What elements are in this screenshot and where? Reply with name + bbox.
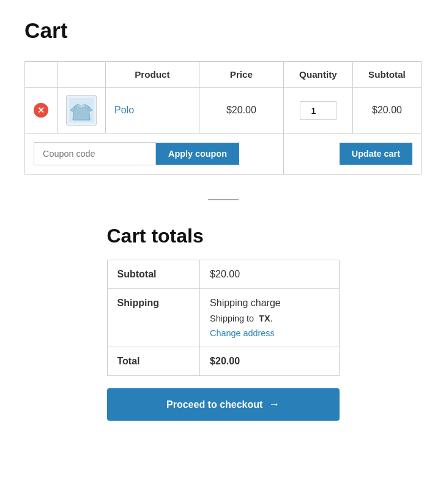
checkout-button-label: Proceed to checkout (166, 399, 262, 410)
total-label: Total (107, 347, 200, 376)
table-row: ✕ (25, 88, 422, 134)
shipping-row: Shipping Shipping charge Shipping to TX.… (107, 289, 339, 347)
col-header-product: Product (106, 62, 199, 88)
shipping-label: Shipping (107, 289, 200, 347)
col-header-subtotal: Subtotal (352, 62, 421, 88)
product-price-cell: $20.00 (199, 88, 283, 134)
subtotal-value: $20.00 (200, 260, 339, 289)
update-cart-cell: Update cart (283, 134, 421, 175)
shipping-cell: Shipping charge Shipping to TX. Change a… (200, 289, 339, 347)
col-header-remove (25, 62, 58, 88)
col-header-thumb (58, 62, 106, 88)
subtotal-row: Subtotal $20.00 (107, 260, 339, 289)
cart-table: Product Price Quantity Subtotal ✕ (24, 61, 422, 175)
product-thumbnail (66, 95, 97, 126)
update-cart-button[interactable]: Update cart (340, 143, 412, 165)
shipping-to-text: Shipping to TX. (210, 314, 329, 323)
quantity-input[interactable] (300, 101, 336, 120)
subtotal-label: Subtotal (107, 260, 200, 289)
cart-totals-section: Cart totals Subtotal $20.00 Shipping Shi… (107, 225, 340, 421)
col-header-price: Price (199, 62, 283, 88)
total-value: $20.00 (200, 347, 339, 376)
apply-coupon-button[interactable]: Apply coupon (156, 143, 239, 165)
shipping-charge-text: Shipping charge (210, 298, 281, 308)
shipping-location: TX (259, 314, 270, 323)
product-subtotal-cell: $20.00 (352, 88, 421, 134)
polo-shirt-icon (69, 98, 94, 122)
coupon-area: Apply coupon (34, 142, 275, 165)
total-row: Total $20.00 (107, 347, 339, 376)
totals-table: Subtotal $20.00 Shipping Shipping charge… (107, 260, 340, 376)
product-thumb-cell (58, 88, 106, 134)
remove-cell: ✕ (25, 88, 58, 134)
proceed-to-checkout-button[interactable]: Proceed to checkout → (107, 388, 340, 421)
cart-totals-title: Cart totals (107, 225, 340, 247)
section-divider (208, 199, 239, 200)
change-address-link[interactable]: Change address (210, 328, 329, 338)
product-quantity-cell (283, 88, 352, 134)
coupon-row: Apply coupon Update cart (25, 134, 422, 175)
arrow-icon: → (269, 398, 280, 411)
coupon-input[interactable] (34, 142, 156, 165)
col-header-quantity: Quantity (283, 62, 352, 88)
product-name-cell: Polo (106, 88, 199, 134)
remove-item-button[interactable]: ✕ (34, 103, 48, 118)
coupon-cell: Apply coupon (25, 134, 284, 175)
product-link[interactable]: Polo (114, 105, 134, 115)
page-title: Cart (24, 18, 422, 43)
